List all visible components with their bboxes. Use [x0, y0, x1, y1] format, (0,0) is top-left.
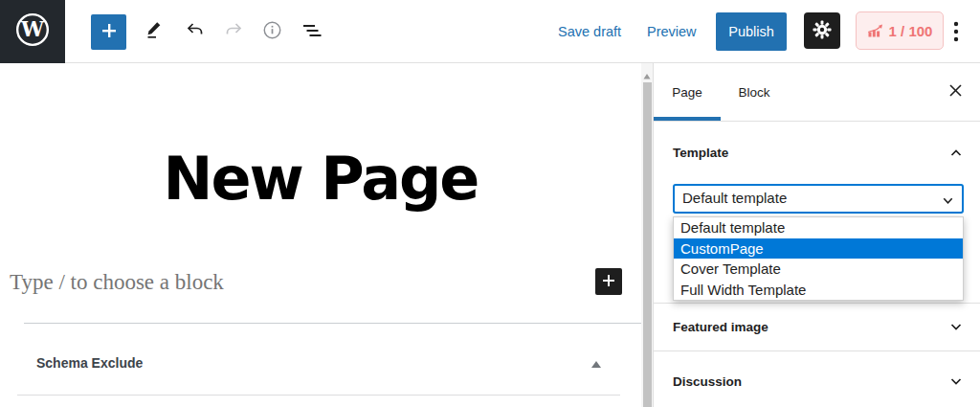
template-panel-label: Template: [673, 146, 728, 160]
close-sidebar-button[interactable]: [944, 80, 967, 103]
metabox-title: Schema Exclude: [36, 355, 143, 371]
metabox-underline: [17, 395, 620, 396]
settings-toggle-button[interactable]: [804, 12, 840, 49]
redo-icon: [222, 19, 245, 45]
chevron-down-icon: [941, 193, 955, 212]
block-inserter-toggle-button[interactable]: [91, 14, 126, 50]
post-title-input[interactable]: New Page: [0, 144, 641, 214]
save-draft-button[interactable]: Save draft: [558, 24, 621, 39]
tab-block[interactable]: Block: [721, 63, 788, 121]
template-option[interactable]: Cover Template: [674, 259, 963, 280]
pencil-icon: [144, 19, 167, 45]
svg-text:W: W: [20, 17, 45, 41]
editor-canvas: New Page Type / to choose a block Schema…: [0, 64, 641, 407]
template-option-highlighted[interactable]: CustomPage: [674, 238, 963, 260]
kebab-icon: [945, 19, 968, 47]
chevron-up-icon[interactable]: [947, 145, 965, 162]
undo-icon: [184, 19, 207, 45]
featured-image-panel-label: Featured image: [673, 320, 768, 334]
options-menu-button[interactable]: [944, 20, 969, 45]
editor-toolbar: W: [0, 0, 980, 63]
publish-button[interactable]: Publish: [716, 12, 787, 51]
scroll-up-icon[interactable]: [643, 67, 651, 75]
wordpress-icon: W: [14, 11, 51, 52]
sidebar-divider: [654, 303, 980, 304]
settings-sidebar: Page Block Template Default template: [653, 63, 980, 407]
editor-scrollbar[interactable]: [641, 63, 653, 407]
wordpress-logo-button[interactable]: W: [0, 0, 65, 63]
sidebar-divider: [654, 350, 980, 351]
template-option[interactable]: Full Width Template: [674, 280, 963, 301]
plus-icon: [100, 21, 119, 43]
block-append-button[interactable]: [595, 268, 622, 295]
chevron-down-icon[interactable]: [947, 318, 965, 335]
tab-page[interactable]: Page: [654, 63, 721, 121]
list-view-button[interactable]: [297, 16, 327, 47]
gear-icon: [812, 19, 833, 43]
template-select[interactable]: Default template: [673, 184, 964, 214]
metabox-separator: [24, 323, 641, 324]
schema-exclude-metabox-header[interactable]: Schema Exclude: [0, 342, 641, 380]
chevron-down-icon[interactable]: [947, 373, 965, 390]
info-icon: [261, 19, 283, 44]
template-dropdown-list: Default template CustomPage Cover Templa…: [673, 216, 964, 301]
tools-button[interactable]: [140, 16, 170, 47]
wordpress-block-editor: W: [0, 0, 980, 407]
template-option[interactable]: Default template: [674, 217, 963, 238]
collapse-triangle-icon[interactable]: [590, 357, 603, 367]
empty-block-placeholder[interactable]: Type / to choose a block: [10, 270, 224, 295]
template-select-value: Default template: [682, 190, 787, 206]
details-button[interactable]: [256, 16, 287, 47]
seo-score-badge[interactable]: 1 / 100: [856, 11, 944, 50]
list-view-icon: [301, 19, 323, 45]
preview-button[interactable]: Preview: [647, 24, 697, 39]
scrollbar-thumb[interactable]: [643, 82, 652, 407]
plus-icon: [601, 273, 616, 291]
seo-score-value: 1 / 100: [889, 23, 933, 39]
sidebar-divider: [654, 121, 980, 122]
redo-button[interactable]: [218, 16, 249, 47]
close-icon: [947, 82, 964, 102]
seo-graph-icon: [867, 23, 883, 39]
undo-button[interactable]: [180, 16, 211, 47]
discussion-panel-label: Discussion: [673, 374, 742, 389]
